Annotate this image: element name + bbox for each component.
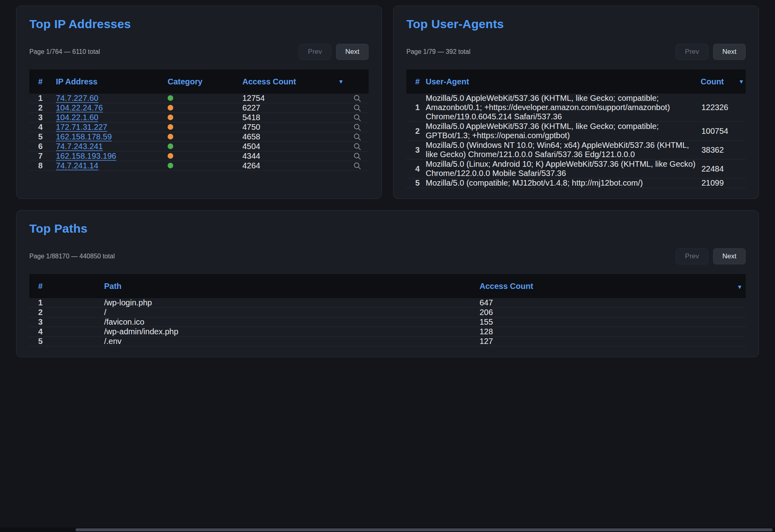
table-row: 1 /wp-login.php 647 xyxy=(29,298,746,308)
col-header-count[interactable]: Count xyxy=(701,77,724,86)
pager-row-ua: Page 1/79 — 392 total Prev Next xyxy=(406,44,746,60)
row-rank: 2 xyxy=(29,308,104,317)
row-rank: 4 xyxy=(406,164,426,174)
access-count: 647 xyxy=(480,298,729,307)
next-button-ip[interactable]: Next xyxy=(336,44,369,60)
horizontal-scrollbar-thumb[interactable] xyxy=(76,528,773,531)
access-count: 4504 xyxy=(242,142,346,151)
search-icon[interactable] xyxy=(353,142,362,151)
search-icon[interactable] xyxy=(353,162,362,170)
search-icon[interactable] xyxy=(353,123,362,132)
pagination-info-ip: Page 1/764 — 6110 total xyxy=(29,48,100,55)
panel-top-paths: Top Paths Page 1/88170 — 440850 total Pr… xyxy=(16,210,759,357)
row-rank: 4 xyxy=(29,123,56,132)
table-row: 3 Mozilla/5.0 (Windows NT 10.0; Win64; x… xyxy=(406,141,746,160)
agent-count: 100754 xyxy=(701,127,746,136)
category-dot xyxy=(168,124,173,130)
ip-link[interactable]: 172.71.31.227 xyxy=(56,123,107,131)
sort-desc-icon[interactable]: ▼ xyxy=(737,284,742,290)
row-rank: 2 xyxy=(406,127,426,136)
row-rank: 4 xyxy=(29,327,104,336)
ip-link[interactable]: 162.158.178.59 xyxy=(56,132,112,141)
table-row: 5 162.158.178.59 4658 xyxy=(29,132,369,142)
sort-desc-icon[interactable]: ▼ xyxy=(738,78,744,85)
col-header-rank: # xyxy=(29,282,104,291)
panel-top-user-agents: Top User-Agents Page 1/79 — 392 total Pr… xyxy=(393,6,759,199)
agent-count: 122326 xyxy=(701,103,746,112)
col-header-ip-address[interactable]: IP Address xyxy=(56,77,168,86)
col-header-access-count[interactable]: Access Count xyxy=(242,77,296,86)
row-rank: 3 xyxy=(29,113,56,122)
ip-link[interactable]: 74.7.227.60 xyxy=(56,94,98,102)
table-row: 2 / 206 xyxy=(29,308,746,317)
col-header-path[interactable]: Path xyxy=(104,282,480,291)
table-row: 5 Mozilla/5.0 (compatible; MJ12bot/v1.4.… xyxy=(406,178,746,188)
table-row: 7 162.158.193.196 4344 xyxy=(29,151,369,161)
table-header-ua: # User-Agent Count ▼ xyxy=(406,70,746,94)
category-dot xyxy=(168,115,173,120)
agent-count: 22484 xyxy=(701,164,746,174)
user-agent-string: Mozilla/5.0 AppleWebKit/537.36 (KHTML, l… xyxy=(426,94,701,121)
ip-link[interactable]: 74.7.243.241 xyxy=(56,142,103,151)
col-header-access-count[interactable]: Access Count xyxy=(480,282,729,291)
path-value: /wp-login.php xyxy=(104,298,480,307)
row-rank: 5 xyxy=(29,337,104,346)
prev-button-ua[interactable]: Prev xyxy=(676,44,708,60)
search-icon[interactable] xyxy=(353,113,362,122)
next-button-paths[interactable]: Next xyxy=(713,248,746,264)
search-icon[interactable] xyxy=(353,94,362,103)
prev-button-paths[interactable]: Prev xyxy=(676,248,708,264)
agent-count: 21099 xyxy=(701,178,746,188)
category-dot xyxy=(168,163,173,168)
next-button-ua[interactable]: Next xyxy=(713,44,746,60)
sort-desc-icon[interactable]: ▼ xyxy=(338,78,344,85)
row-rank: 8 xyxy=(29,161,56,170)
user-agent-string: Mozilla/5.0 (Windows NT 10.0; Win64; x64… xyxy=(426,141,701,159)
access-count: 4750 xyxy=(242,123,346,132)
path-value: /wp-admin/index.php xyxy=(104,327,480,336)
page-title-paths: Top Paths xyxy=(29,222,746,235)
access-count: 128 xyxy=(480,327,729,336)
col-header-user-agent[interactable]: User-Agent xyxy=(426,77,701,86)
path-value: /.env xyxy=(104,337,480,346)
horizontal-scrollbar-track[interactable] xyxy=(0,528,775,532)
access-count: 4264 xyxy=(242,161,346,170)
search-icon[interactable] xyxy=(353,152,362,161)
table-row: 1 Mozilla/5.0 AppleWebKit/537.36 (KHTML,… xyxy=(406,94,746,122)
row-rank: 5 xyxy=(406,178,426,188)
panel-top-ip-addresses: Top IP Addresses Page 1/764 — 6110 total… xyxy=(16,6,382,199)
pagination-info-paths: Page 1/88170 — 440850 total xyxy=(29,253,115,260)
category-dot xyxy=(168,134,173,139)
access-count: 4658 xyxy=(242,132,346,141)
prev-button-ip[interactable]: Prev xyxy=(299,44,331,60)
access-count: 4344 xyxy=(242,151,346,161)
page-title-ip: Top IP Addresses xyxy=(29,17,369,31)
category-dot xyxy=(168,153,173,159)
row-rank: 1 xyxy=(29,298,104,307)
access-count: 206 xyxy=(480,308,729,317)
table-row: 4 Mozilla/5.0 (Linux; Android 10; K) App… xyxy=(406,160,746,178)
table-row: 6 74.7.243.241 4504 xyxy=(29,142,369,151)
user-agent-string: Mozilla/5.0 AppleWebKit/537.36 (KHTML, l… xyxy=(426,122,701,140)
category-dot xyxy=(168,105,173,110)
pager-row-ip: Page 1/764 — 6110 total Prev Next xyxy=(29,44,369,60)
category-dot xyxy=(168,143,173,149)
access-count: 127 xyxy=(480,337,729,346)
path-value: / xyxy=(104,308,480,317)
table-row: 5 /.env 127 xyxy=(29,337,746,346)
table-row: 2 104.22.24.76 6227 xyxy=(29,103,369,113)
table-row: 2 Mozilla/5.0 AppleWebKit/537.36 (KHTML,… xyxy=(406,122,746,141)
ip-link[interactable]: 74.7.241.14 xyxy=(56,161,98,170)
page-title-user-agents: Top User-Agents xyxy=(406,17,746,31)
row-rank: 3 xyxy=(406,145,426,155)
table-row: 3 104.22.1.60 5418 xyxy=(29,113,369,123)
ip-link[interactable]: 104.22.1.60 xyxy=(56,113,98,122)
user-agent-string: Mozilla/5.0 (compatible; MJ12bot/v1.4.8;… xyxy=(426,178,701,188)
ip-link[interactable]: 104.22.24.76 xyxy=(56,103,103,112)
col-header-category[interactable]: Category xyxy=(168,77,242,86)
access-count: 12754 xyxy=(242,94,346,103)
ip-link[interactable]: 162.158.193.196 xyxy=(56,151,116,160)
search-icon[interactable] xyxy=(353,104,362,113)
access-count: 5418 xyxy=(242,113,346,122)
search-icon[interactable] xyxy=(353,133,362,141)
